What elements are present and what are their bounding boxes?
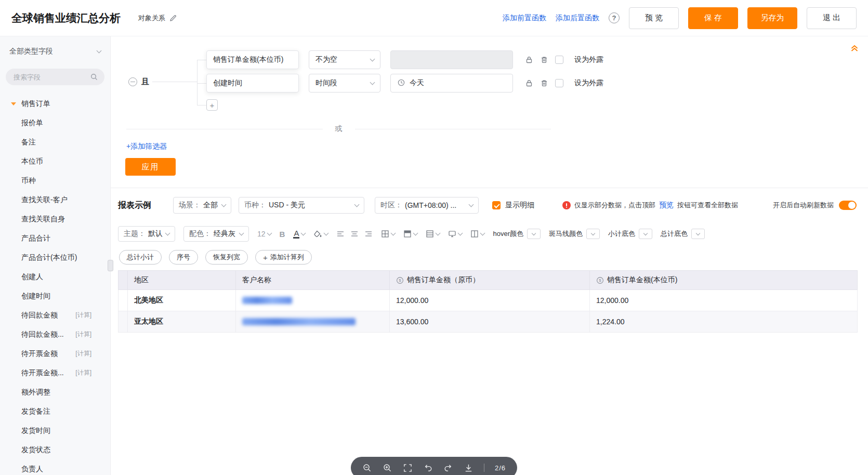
align-right-icon[interactable]	[364, 230, 373, 238]
customer-name-redacted-link[interactable]	[242, 318, 356, 325]
notice-text: 仅显示部分数据，点击顶部	[574, 201, 655, 210]
add-filter-link[interactable]: +添加筛选器	[126, 142, 167, 151]
total-subtotal-button[interactable]: 总计小计	[119, 250, 162, 265]
theme-select[interactable]: 主题： 默认	[118, 226, 175, 242]
field-item[interactable]: 产品合计	[0, 229, 110, 248]
object-relation-link[interactable]: 对象关系	[138, 14, 165, 23]
field-item[interactable]: 查找关联自身	[0, 209, 110, 229]
currency-select[interactable]: 币种： USD - 美元	[239, 197, 364, 214]
customer-name-redacted-link[interactable]	[242, 297, 292, 304]
serial-number-button[interactable]: 序号	[169, 250, 198, 265]
field-item[interactable]: 待回款金额[计算]	[0, 306, 110, 325]
bold-button[interactable]: B	[280, 230, 285, 239]
field-item[interactable]: 查找关联-客户	[0, 190, 110, 209]
save-as-button[interactable]: 另存为	[747, 7, 797, 29]
expose-checkbox[interactable]	[555, 56, 563, 64]
filter-field-chip[interactable]: 创建时间	[206, 74, 299, 93]
field-item[interactable]: 报价单	[0, 113, 110, 133]
zoom-out-icon[interactable]	[362, 463, 372, 473]
column-header[interactable]: 地区	[128, 271, 236, 290]
tree-group-sales-order[interactable]: 销售订单	[0, 95, 110, 113]
apply-button[interactable]: 应用	[125, 158, 176, 176]
undo-icon[interactable]	[423, 463, 433, 473]
field-item[interactable]: 发货备注	[0, 402, 110, 421]
column-layout-button[interactable]	[470, 230, 484, 238]
header-fill-button[interactable]	[403, 230, 417, 238]
auto-refresh-group: 开启后自动刷新数据	[773, 201, 857, 210]
preview-button[interactable]: 预 览	[629, 7, 679, 29]
download-icon[interactable]	[464, 463, 474, 473]
lock-icon[interactable]	[525, 56, 533, 64]
add-calculated-column-button[interactable]: + 添加计算列	[255, 250, 312, 265]
field-type-selector[interactable]: 全部类型字段	[0, 36, 110, 67]
row-tools: 设为外露	[525, 78, 603, 88]
filter-value-input[interactable]: 今天	[390, 74, 513, 93]
trash-icon[interactable]	[540, 79, 548, 87]
help-icon[interactable]: ?	[609, 12, 620, 23]
lock-icon[interactable]	[525, 79, 533, 87]
column-header[interactable]: 客户名称	[236, 271, 390, 290]
palette-select[interactable]: 配色： 经典灰	[183, 226, 249, 242]
field-item[interactable]: 发货状态	[0, 440, 110, 459]
collapse-filters-icon[interactable]	[850, 44, 859, 52]
align-left-icon[interactable]	[336, 230, 345, 238]
font-size-select[interactable]: 12	[257, 230, 271, 238]
scene-select[interactable]: 场景： 全部	[173, 197, 231, 214]
table-rows-button[interactable]	[426, 230, 440, 238]
fit-screen-icon[interactable]	[403, 463, 413, 473]
add-post-function-link[interactable]: 添加后置函数	[556, 14, 599, 23]
zebra-color-control[interactable]: 斑马线颜色	[549, 229, 600, 239]
table-borders-button[interactable]	[381, 230, 395, 238]
field-item[interactable]: 本位币	[0, 152, 110, 171]
hover-color-dropdown[interactable]	[527, 229, 541, 239]
zoom-in-icon[interactable]	[383, 463, 392, 473]
total-bg-control[interactable]: 总计底色	[661, 229, 705, 239]
field-item[interactable]: 待回款金额...[计算]	[0, 325, 110, 344]
field-item[interactable]: 创建人	[0, 267, 110, 286]
field-item[interactable]: 产品合计(本位币)	[0, 248, 110, 267]
field-item[interactable]: 负责人	[0, 459, 110, 475]
field-item[interactable]: 待开票金额...[计算]	[0, 363, 110, 382]
auto-refresh-toggle[interactable]	[839, 201, 857, 210]
field-item[interactable]: 额外调整	[0, 382, 110, 402]
remove-group-button[interactable]	[128, 77, 137, 86]
fill-color-button[interactable]	[313, 230, 328, 239]
clock-icon	[397, 78, 405, 88]
field-item[interactable]: 发货时间	[0, 421, 110, 440]
font-color-button[interactable]: A	[293, 229, 305, 239]
add-pre-function-link[interactable]: 添加前置函数	[503, 14, 546, 23]
operator-select[interactable]: 时间段	[309, 74, 380, 93]
panel-resize-handle[interactable]	[108, 260, 113, 271]
field-item[interactable]: 备注	[0, 133, 110, 152]
timezone-select[interactable]: 时区： (GMT+08:00) ...	[375, 197, 479, 214]
trash-icon[interactable]	[540, 56, 548, 64]
notice-preview-link[interactable]: 预览	[659, 201, 674, 210]
add-condition-button[interactable]: +	[206, 99, 218, 111]
operator-select[interactable]: 不为空	[309, 50, 380, 69]
redo-icon[interactable]	[443, 463, 453, 473]
edit-object-relation-icon[interactable]	[169, 14, 177, 22]
column-header[interactable]: $ 销售订单金额(本位币)	[590, 271, 858, 290]
field-item[interactable]: 待开票金额[计算]	[0, 344, 110, 363]
exit-button[interactable]: 退 出	[807, 7, 857, 29]
field-item[interactable]: 创建时间	[0, 286, 110, 306]
reset-column-width-button[interactable]: 恢复列宽	[205, 250, 248, 265]
zebra-color-dropdown[interactable]	[586, 229, 600, 239]
save-button[interactable]: 保 存	[688, 7, 738, 29]
expose-checkbox[interactable]	[555, 79, 563, 87]
filter-field-chip[interactable]: 销售订单金额(本位币)	[206, 50, 299, 69]
total-bg-dropdown[interactable]	[691, 229, 705, 239]
search-icon	[90, 73, 98, 83]
align-center-icon[interactable]	[350, 230, 359, 238]
hover-color-control[interactable]: hover颜色	[493, 229, 541, 239]
chevron-down-icon	[370, 80, 375, 85]
field-item[interactable]: 币种	[0, 171, 110, 190]
display-mode-button[interactable]	[448, 230, 462, 238]
subtotal-bg-control[interactable]: 小计底色	[608, 229, 652, 239]
column-header[interactable]: $ 销售订单金额（原币）	[390, 271, 590, 290]
logic-operator-label[interactable]: 且	[141, 77, 149, 87]
subtotal-bg-dropdown[interactable]	[639, 229, 652, 239]
calc-tag: [计算]	[75, 349, 91, 358]
divider-line	[126, 129, 323, 129]
show-detail-checkbox[interactable]	[492, 201, 501, 209]
